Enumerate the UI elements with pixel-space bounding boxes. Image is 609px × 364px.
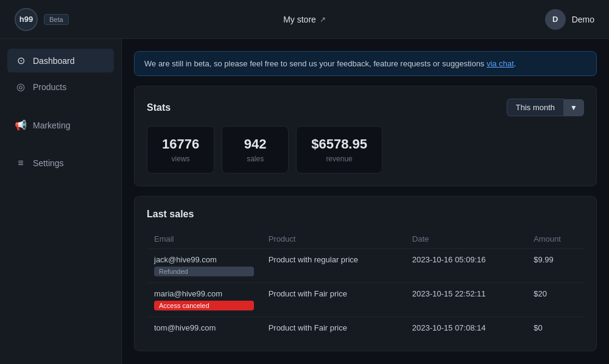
main-layout: ⊙ Dashboard ◎ Products 📢 Marketing ≡ Set… [0,39,609,364]
cell-email-2: tom@hive99.com [147,317,261,339]
beta-banner-link[interactable]: via chat [487,59,514,68]
sidebar-item-marketing[interactable]: 📢 Marketing [7,113,114,137]
marketing-icon: 📢 [15,119,27,131]
cell-date-0: 2023-10-16 05:09:16 [405,249,526,283]
period-select[interactable]: This month ▼ [507,99,584,116]
stat-label-revenue: revenue [311,155,367,163]
logo-circle: h99 [15,8,38,31]
col-email: Email [147,229,261,249]
dashboard-icon: ⊙ [15,55,27,66]
period-button[interactable]: This month [507,99,564,116]
sidebar-item-dashboard[interactable]: ⊙ Dashboard [7,49,114,72]
stat-value-views: 16776 [162,136,199,152]
stat-value-sales: 942 [237,136,273,152]
sales-section: Last sales Email Product Date Amount jac… [134,196,597,351]
products-icon: ◎ [15,81,27,93]
beta-banner: We are still in beta, so please feel fre… [134,51,597,76]
col-amount: Amount [526,229,584,249]
sales-title: Last sales [147,209,584,220]
stat-card-revenue: $6578.95 revenue [296,126,382,173]
cell-amount-0: $9.99 [526,249,584,283]
cell-amount-1: $20 [526,283,584,317]
sidebar-item-settings[interactable]: ≡ Settings [7,152,114,175]
cell-date-1: 2023-10-15 22:52:11 [405,283,526,317]
cell-product-2: Product with Fair price [261,317,405,339]
email-address-1: maria@hive99.com [154,289,254,298]
email-address-0: jack@hive99.com [154,255,254,264]
cell-amount-2: $0 [526,317,584,339]
stat-value-revenue: $6578.95 [311,136,367,152]
table-row: jack@hive99.com Refunded Product with re… [147,249,584,283]
email-address-2: tom@hive99.com [154,323,254,332]
external-link-icon: ↗ [320,15,326,24]
store-link[interactable]: My store ↗ [283,15,326,24]
cell-email-1: maria@hive99.com Access canceled [147,283,261,317]
period-dropdown[interactable]: ▼ [564,99,584,116]
cell-product-0: Product with regular price [261,249,405,283]
beta-badge: Beta [44,14,69,25]
user-area: D Demo [545,9,594,30]
stat-card-sales: 942 sales [222,126,289,173]
status-badge-refunded: Refunded [154,267,254,276]
settings-icon: ≡ [15,158,27,169]
cell-email-0: jack@hive99.com Refunded [147,249,261,283]
sidebar: ⊙ Dashboard ◎ Products 📢 Marketing ≡ Set… [0,39,122,364]
sidebar-item-products[interactable]: ◎ Products [7,75,114,99]
cell-product-1: Product with Fair price [261,283,405,317]
stats-cards: 16776 views 942 sales $6578.95 revenue [147,126,584,173]
stat-card-views: 16776 views [147,126,214,173]
table-row: tom@hive99.com Product with Fair price 2… [147,317,584,339]
sales-table-header: Email Product Date Amount [147,229,584,249]
sidebar-label-products: Products [33,82,66,92]
stat-label-sales: sales [237,155,273,163]
status-badge-canceled: Access canceled [154,301,254,310]
table-row: maria@hive99.com Access canceled Product… [147,283,584,317]
sidebar-spacer-2 [7,139,114,152]
header: h99 Beta My store ↗ D Demo [0,0,609,39]
user-name: Demo [572,15,594,24]
sales-table: Email Product Date Amount jack@hive99.co… [147,229,584,338]
stats-title: Stats [147,102,171,113]
stats-section: Stats This month ▼ 16776 views 942 sales… [134,86,597,186]
sales-table-body: jack@hive99.com Refunded Product with re… [147,249,584,339]
col-date: Date [405,229,526,249]
cell-date-2: 2023-10-15 07:08:14 [405,317,526,339]
sidebar-label-settings: Settings [33,158,64,168]
stats-header: Stats This month ▼ [147,99,584,116]
sidebar-spacer [7,101,114,113]
beta-banner-suffix: . [514,59,516,68]
avatar: D [545,9,566,30]
sidebar-label-marketing: Marketing [33,121,70,130]
logo-area: h99 Beta [15,8,69,31]
col-product: Product [261,229,405,249]
store-name: My store [283,15,316,24]
content-area: We are still in beta, so please feel fre… [122,39,609,364]
stat-label-views: views [162,155,199,163]
beta-banner-text: We are still in beta, so please feel fre… [144,59,487,68]
sidebar-label-dashboard: Dashboard [33,56,75,66]
